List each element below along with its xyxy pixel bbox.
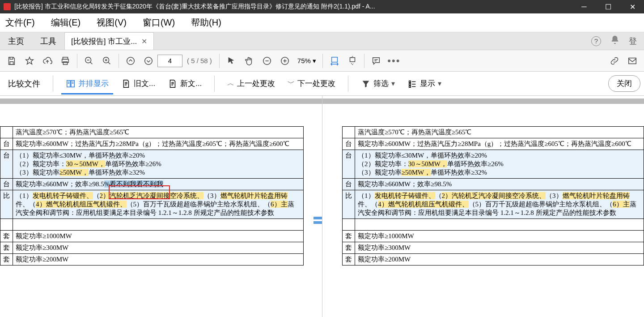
table-cell: 额定功率≥600MW；过热蒸汽压力≥28MPa（g）；过热蒸汽温度≥605℃；再… (355, 138, 644, 150)
main-toolbar: ( 5 / 58 ) 75% ▾ ••• (0, 50, 644, 72)
zoom-out-icon[interactable] (80, 52, 98, 70)
table-cell: 额定功率≥200MW (355, 254, 644, 266)
table-cell: 额定功率≥1000MW (355, 231, 644, 242)
tab-home[interactable]: 主页 (0, 32, 32, 50)
svg-rect-9 (331, 57, 337, 62)
table-cell (355, 219, 644, 231)
menubar: 文件(F) 编辑(E) 视图(V) 窗口(W) 帮助(H) (0, 13, 644, 32)
next-change-label: 下一处更改 (297, 78, 335, 89)
table-cell: 蒸汽温度≥570℃；再热蒸汽温度≥565℃ (355, 127, 644, 138)
svg-point-5 (127, 57, 135, 64)
zoom-dropdown[interactable]: 75% ▾ (294, 57, 320, 65)
table-cell (343, 127, 355, 138)
table-cell: 台 (343, 138, 355, 150)
tabbar: 主页 工具 [比较报告] 市工业... ✕ ? 登 (0, 32, 644, 50)
plus-icon[interactable] (276, 52, 294, 70)
window-title: [比较报告] 市工业和信息化局转发关于征集2020年《首台(套)重大技术装备推广… (14, 3, 571, 11)
table-cell: （1）额定功率≤30MW，单循环热效率≥20%（2）额定功率：30～50MW，单… (13, 150, 304, 179)
table-cell: 台 (0, 150, 13, 179)
svg-rect-11 (629, 58, 636, 64)
side-by-side-button[interactable]: 并排显示 (61, 73, 113, 94)
table-cell: 套 (343, 242, 355, 254)
app-icon (4, 3, 11, 10)
star-icon[interactable] (21, 52, 38, 70)
pointer-icon[interactable] (222, 52, 240, 70)
right-document-pane[interactable]: 蒸汽温度≥570℃；再热蒸汽温度≥565℃台额定功率≥600MW；过热蒸汽压力≥… (322, 96, 644, 317)
close-window-button[interactable]: ✕ (624, 2, 640, 11)
table-cell: 额定功率≥600MW；过热蒸汽压力≥28MPa（g）；过热蒸汽温度≥605℃；再… (13, 138, 304, 150)
compare-toolbar: 比较文件 并排显示 旧文... 新文... ︿ 上一处更改 ﹀ 下一处更改 筛选… (0, 72, 644, 96)
fit-page-icon[interactable] (343, 52, 361, 70)
comment-icon[interactable] (367, 52, 385, 70)
left-document-pane[interactable]: 蒸汽温度≥570℃；再热蒸汽温度≥565℃台额定功率≥600MW；过热蒸汽压力≥… (0, 96, 322, 317)
tab-label: [比较报告] 市工业... (71, 36, 137, 47)
table-cell: 额定功率≥300MW (355, 242, 644, 254)
table-cell: （1）发电机转子铸锻件、（2）汽轮机乏汽冷凝间接空冷系统、（3）燃气轮机叶片轮盘… (355, 190, 644, 219)
compare-files-label: 比较文件 (4, 78, 45, 89)
svg-point-6 (145, 57, 153, 64)
chevron-up-icon: ︿ (227, 79, 234, 88)
menu-window[interactable]: 窗口(W) (141, 15, 177, 30)
menu-help[interactable]: 帮助(H) (189, 15, 223, 30)
table-cell: 额定功率≥1000MW (13, 231, 304, 242)
minimize-button[interactable]: ─ (576, 2, 592, 11)
page-separator (322, 99, 644, 104)
table-cell: 台 (343, 179, 355, 190)
table-cell: 套 (0, 254, 13, 266)
diff-marker (314, 221, 322, 224)
chevron-down-icon: ▾ (313, 57, 316, 65)
hand-icon[interactable] (240, 52, 258, 70)
right-table: 蒸汽温度≥570℃；再热蒸汽温度≥565℃台额定功率≥600MW；过热蒸汽压力≥… (342, 126, 644, 266)
mail-icon[interactable] (623, 52, 641, 70)
page-number-input[interactable] (157, 55, 182, 67)
svg-rect-10 (350, 57, 355, 61)
page-down-icon[interactable] (140, 52, 157, 70)
tabbar-right-icons: ? 登 (584, 32, 644, 50)
link-icon[interactable] (606, 52, 623, 70)
menu-edit[interactable]: 编辑(E) (49, 15, 83, 30)
new-doc-label: 新文... (180, 78, 202, 89)
page-up-icon[interactable] (122, 52, 140, 70)
login-label[interactable]: 登 (629, 36, 637, 47)
close-compare-button[interactable]: 关闭 (608, 75, 640, 92)
table-cell: 蒸汽温度≥570℃；再热蒸汽温度≥565℃ (13, 127, 304, 138)
tab-close-icon[interactable]: ✕ (141, 37, 147, 46)
table-cell: 比 (343, 190, 355, 219)
minus-icon[interactable] (258, 52, 276, 70)
table-cell (343, 219, 355, 231)
chevron-down-icon: ▾ (438, 79, 441, 88)
tab-document-active[interactable]: [比较报告] 市工业... ✕ (64, 32, 154, 50)
svg-rect-15 (409, 83, 411, 85)
fit-width-icon[interactable] (326, 52, 343, 70)
filter-button[interactable]: 筛选 ▾ (356, 76, 399, 91)
zoom-in-icon[interactable] (98, 52, 116, 70)
window-controls: ─ ☐ ✕ (576, 2, 640, 11)
more-icon[interactable]: ••• (385, 52, 403, 70)
page-separator (0, 99, 322, 104)
chevron-down-icon: ▾ (391, 79, 395, 88)
diff-marker (314, 217, 322, 219)
save-icon[interactable] (3, 52, 21, 70)
table-cell: 比 (0, 190, 13, 219)
menu-view[interactable]: 视图(V) (95, 15, 128, 30)
table-cell: 套 (343, 231, 355, 242)
bell-icon[interactable] (610, 35, 620, 47)
old-doc-button[interactable]: 旧文... (117, 76, 160, 91)
table-cell: 台 (0, 138, 13, 150)
svg-rect-2 (63, 61, 67, 64)
new-doc-button[interactable]: 新文... (163, 76, 206, 91)
table-cell: 套 (0, 242, 13, 254)
prev-change-button[interactable]: ︿ 上一处更改 (223, 76, 280, 91)
table-cell (0, 127, 13, 138)
tab-tools[interactable]: 工具 (32, 32, 64, 50)
page-count-label: ( 5 / 58 ) (187, 57, 212, 64)
menu-file[interactable]: 文件(F) (4, 15, 37, 30)
maximize-button[interactable]: ☐ (600, 2, 616, 11)
print-icon[interactable] (56, 52, 74, 70)
cloud-upload-icon[interactable] (38, 52, 56, 70)
next-change-button[interactable]: ﹀ 下一处更改 (283, 76, 340, 91)
help-icon[interactable]: ? (591, 36, 601, 46)
zoom-value: 75% (297, 57, 311, 64)
side-by-side-label: 并排显示 (78, 78, 109, 89)
display-button[interactable]: 显示 ▾ (403, 76, 446, 91)
